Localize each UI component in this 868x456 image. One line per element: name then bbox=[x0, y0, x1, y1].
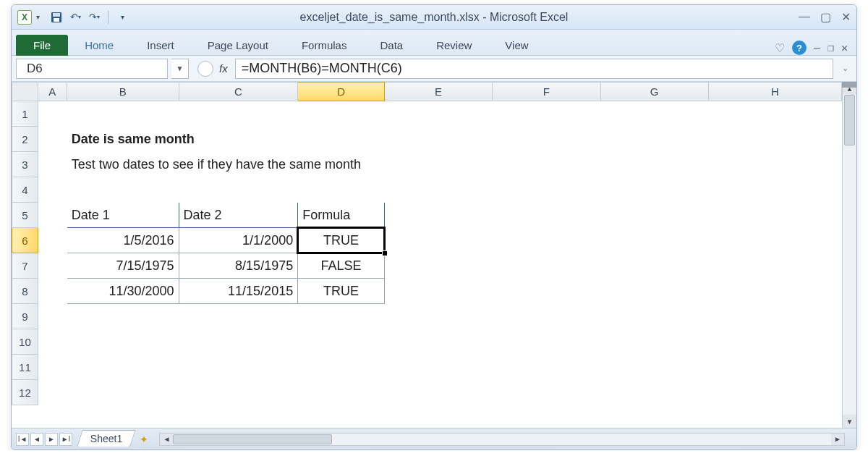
cell-b6[interactable]: 1/5/2016 bbox=[67, 228, 179, 253]
new-sheet-button[interactable]: ✦ bbox=[136, 432, 152, 447]
row-header-1[interactable]: 1 bbox=[12, 101, 38, 127]
window-title: exceljet_date_is_same_month.xlsx - Micro… bbox=[12, 11, 856, 24]
worksheet-area: A B C D E F G H 1 2 Date is same month 3 bbox=[12, 82, 856, 428]
cell-c6[interactable]: 1/1/2000 bbox=[179, 228, 298, 253]
cell-c8[interactable]: 11/15/2015 bbox=[179, 279, 298, 304]
file-tab[interactable]: File bbox=[16, 35, 68, 56]
col-header-c[interactable]: C bbox=[179, 83, 298, 101]
cell-d7[interactable]: FALSE bbox=[298, 253, 385, 279]
tab-page-layout[interactable]: Page Layout bbox=[191, 34, 285, 56]
name-box[interactable]: D6 bbox=[16, 59, 168, 79]
tab-formulas[interactable]: Formulas bbox=[285, 34, 364, 56]
sheet-nav-prev-icon[interactable]: ◄ bbox=[30, 433, 43, 446]
col-header-g[interactable]: G bbox=[600, 83, 708, 101]
redo-button[interactable]: ↷▾ bbox=[86, 9, 102, 25]
workbook-close-icon[interactable]: ✕ bbox=[841, 41, 848, 54]
cell-c7[interactable]: 8/15/1975 bbox=[179, 253, 298, 279]
grid[interactable]: A B C D E F G H 1 2 Date is same month 3 bbox=[12, 82, 842, 405]
th-formula[interactable]: Formula bbox=[298, 203, 385, 228]
cell-d8[interactable]: TRUE bbox=[298, 279, 385, 304]
cancel-formula-icon[interactable] bbox=[197, 61, 213, 77]
app-menu-icon[interactable]: ▾ bbox=[36, 13, 40, 21]
subheading-text: Test two dates to see if they have the s… bbox=[67, 152, 841, 177]
th-date2[interactable]: Date 2 bbox=[179, 203, 298, 228]
formula-input[interactable]: =MONTH(B6)=MONTH(C6) bbox=[235, 59, 833, 79]
select-all-corner[interactable] bbox=[12, 83, 38, 101]
col-header-b[interactable]: B bbox=[67, 83, 179, 101]
tab-review[interactable]: Review bbox=[420, 34, 488, 56]
title-bar: X ▾ ↶▾ ↷▾ ▾ exceljet_date_is_same_month.… bbox=[12, 5, 856, 30]
expand-formula-bar-icon[interactable]: ⌄ bbox=[838, 64, 852, 73]
sheet-nav-next-icon[interactable]: ► bbox=[45, 433, 58, 446]
workbook-minimize-icon[interactable]: ― bbox=[814, 41, 820, 54]
row-header-4[interactable]: 4 bbox=[12, 177, 38, 203]
sheet-tab-sheet1[interactable]: Sheet1 bbox=[77, 430, 136, 447]
row-header-11[interactable]: 11 bbox=[12, 355, 38, 380]
th-date1[interactable]: Date 1 bbox=[67, 203, 179, 228]
qat-customize-icon[interactable]: ▾ bbox=[114, 9, 130, 25]
row-header-10[interactable]: 10 bbox=[12, 329, 38, 355]
cell-b8[interactable]: 11/30/2000 bbox=[67, 279, 179, 304]
svg-rect-1 bbox=[53, 13, 60, 17]
formula-bar: D6 ▼ fx =MONTH(B6)=MONTH(C6) ⌄ bbox=[12, 56, 856, 82]
horizontal-scrollbar[interactable]: ◄ ► bbox=[159, 433, 845, 446]
sheet-nav-first-icon[interactable]: I◄ bbox=[16, 433, 29, 446]
cell-b7[interactable]: 7/15/1975 bbox=[67, 253, 179, 279]
col-header-f[interactable]: F bbox=[493, 83, 600, 101]
hscroll-thumb[interactable] bbox=[173, 434, 332, 444]
undo-button[interactable]: ↶▾ bbox=[67, 9, 83, 25]
tab-home[interactable]: Home bbox=[68, 34, 130, 56]
tab-data[interactable]: Data bbox=[363, 34, 420, 56]
ribbon: File Home Insert Page Layout Formulas Da… bbox=[12, 30, 856, 56]
scroll-down-icon[interactable]: ▼ bbox=[843, 415, 856, 428]
fill-handle[interactable] bbox=[382, 250, 388, 256]
status-bar: I◄ ◄ ► ►I Sheet1 ✦ ◄ ► bbox=[12, 428, 856, 449]
minimize-button[interactable]: ― bbox=[799, 10, 810, 24]
scroll-right-icon[interactable]: ► bbox=[831, 434, 844, 445]
close-button[interactable]: ✕ bbox=[841, 10, 851, 24]
maximize-button[interactable]: ▢ bbox=[820, 10, 831, 24]
svg-rect-2 bbox=[54, 18, 59, 22]
cell-d6-value: TRUE bbox=[323, 233, 359, 248]
row-header-8[interactable]: 8 bbox=[12, 279, 38, 304]
tab-insert[interactable]: Insert bbox=[130, 34, 191, 56]
sheet-nav-last-icon[interactable]: ►I bbox=[59, 433, 72, 446]
minimize-ribbon-icon[interactable]: ♡ bbox=[775, 41, 785, 55]
heading-text: Date is same month bbox=[67, 127, 841, 152]
row-header-9[interactable]: 9 bbox=[12, 304, 38, 329]
row-header-6[interactable]: 6 bbox=[12, 228, 38, 253]
scroll-left-icon[interactable]: ◄ bbox=[160, 434, 173, 445]
vscroll-thumb[interactable] bbox=[844, 95, 855, 145]
excel-icon: X bbox=[17, 10, 32, 25]
name-box-dropdown-icon[interactable]: ▼ bbox=[171, 59, 189, 79]
excel-window: X ▾ ↶▾ ↷▾ ▾ exceljet_date_is_same_month.… bbox=[11, 4, 857, 450]
split-handle[interactable] bbox=[842, 82, 856, 88]
row-header-12[interactable]: 12 bbox=[12, 380, 38, 405]
help-icon[interactable]: ? bbox=[792, 41, 807, 55]
row-header-3[interactable]: 3 bbox=[12, 152, 38, 177]
col-header-d[interactable]: D bbox=[298, 83, 385, 101]
save-button[interactable] bbox=[48, 9, 64, 25]
row-header-5[interactable]: 5 bbox=[12, 203, 38, 228]
col-header-h[interactable]: H bbox=[708, 83, 841, 101]
sheet-nav: I◄ ◄ ► ►I bbox=[16, 433, 72, 446]
insert-function-button[interactable]: fx bbox=[219, 62, 228, 75]
col-header-e[interactable]: E bbox=[384, 83, 492, 101]
tab-view[interactable]: View bbox=[488, 34, 545, 56]
workbook-restore-icon[interactable]: ❐ bbox=[827, 41, 834, 54]
cell-d6-active[interactable]: TRUE bbox=[298, 228, 385, 253]
vertical-scrollbar[interactable]: ▲ ▼ bbox=[842, 82, 856, 428]
row-header-7[interactable]: 7 bbox=[12, 253, 38, 279]
col-header-a[interactable]: A bbox=[38, 83, 67, 101]
row-header-2[interactable]: 2 bbox=[12, 127, 38, 152]
